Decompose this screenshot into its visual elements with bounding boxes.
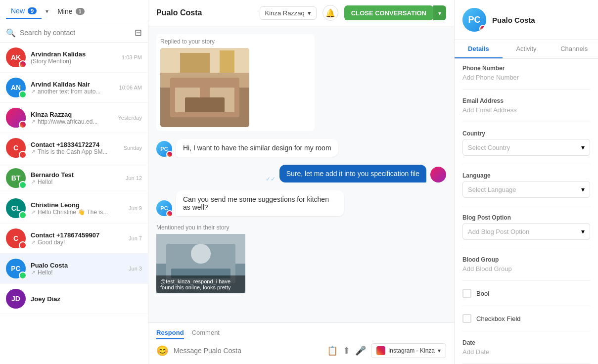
contact-info: Contact +18334172274 ↗ This is the Cash … xyxy=(31,141,119,155)
contact-preview: ↗ This is the Cash App SM... xyxy=(31,148,119,155)
incoming-message: PC Hi, I want to have the similar design… xyxy=(156,139,446,157)
mention-label: Mentioned you in their story xyxy=(156,224,446,231)
outgoing-bubble: Sure, let me add it into you specificati… xyxy=(279,165,426,182)
story-image xyxy=(160,48,249,127)
avatar: BT xyxy=(6,168,26,188)
close-btn-label[interactable]: CLOSE CONVERSATION xyxy=(344,5,433,20)
message-bubble: Can you send me some suggestions for kit… xyxy=(176,190,344,216)
email-field: Email Address Add Email Address xyxy=(462,97,590,114)
mine-tab[interactable]: Mine 1 xyxy=(52,4,89,18)
outgoing-arrow: ↗ xyxy=(31,239,36,246)
list-item[interactable]: C Contact +18334172274 ↗ This is the Cas… xyxy=(0,133,148,163)
date-value[interactable]: Add Date xyxy=(462,348,590,356)
list-item[interactable]: Kinza Razzaq ↗ http://www.africau.ed... … xyxy=(0,103,148,133)
mention-overlay-text: @test_kinza_respond_i have found this on… xyxy=(156,275,245,293)
profile-name: Pualo Costa xyxy=(492,16,535,24)
attach-button[interactable]: 📋 xyxy=(327,345,338,356)
contact-name: Joey Diaz xyxy=(31,295,137,303)
contact-preview: (Story Mention) xyxy=(31,58,117,65)
list-item[interactable]: AK Arvindran Kalidas (Story Mention) 1:0… xyxy=(0,43,148,73)
filter-icon[interactable]: ⊟ xyxy=(135,27,142,38)
profile-info: Pualo Costa xyxy=(492,16,535,24)
contact-preview: ↗ Hello Christine 👋 The is... xyxy=(31,209,124,216)
email-value[interactable]: Add Email Address xyxy=(462,106,590,114)
chat-header: Pualo Costa Kinza Razzaq ▾ 🔔 CLOSE CONVE… xyxy=(148,0,454,26)
message-input[interactable] xyxy=(174,347,327,355)
country-select[interactable]: Select Country ▾ xyxy=(462,139,590,156)
list-item[interactable]: BT Bernardo Test ↗ Hello! Jun 12 xyxy=(0,163,148,193)
mic-button[interactable]: 🎤 xyxy=(355,345,366,356)
detail-tabs: Details Activity Channels xyxy=(455,40,598,59)
story-mention: Mentioned you in their story @test_kinza… xyxy=(156,224,446,293)
tab-respond[interactable]: Respond xyxy=(156,329,184,339)
whatsapp-badge xyxy=(19,91,27,98)
red-badge xyxy=(19,151,27,159)
story-reply-message: Replied to your story xyxy=(156,34,315,131)
list-item[interactable]: C Contact +17867459907 ↗ Good day! Jun 7 xyxy=(0,224,148,254)
contact-name: Christine Leong xyxy=(31,201,124,209)
bedroom-image xyxy=(160,48,249,127)
chat-input-area: Respond Comment 😊 📋 ⬆ 🎤 Instagram - Kinz… xyxy=(148,322,454,364)
tab-comment[interactable]: Comment xyxy=(192,329,220,339)
phone-value[interactable]: Add Phone Number xyxy=(462,74,590,81)
contact-info: Joey Diaz xyxy=(31,295,137,303)
instagram-icon xyxy=(376,346,385,355)
bool-field: Bool xyxy=(462,289,590,298)
tab-details[interactable]: Details xyxy=(455,40,503,58)
contact-info: Christine Leong ↗ Hello Christine 👋 The … xyxy=(31,201,124,216)
list-item[interactable]: JD Joey Diaz xyxy=(0,284,148,314)
upload-button[interactable]: ⬆ xyxy=(343,345,350,356)
blog-select[interactable]: Add Blog Post Option ▾ xyxy=(462,223,590,240)
contact-info: Kinza Razzaq ↗ http://www.africau.ed... xyxy=(31,111,113,125)
contact-info: Contact +17867459907 ↗ Good day! xyxy=(31,231,124,246)
blood-value[interactable]: Add Blood Group xyxy=(462,265,590,273)
alarm-button[interactable]: 🔔 xyxy=(322,5,338,21)
avatar: AK xyxy=(6,47,26,67)
emoji-button[interactable]: 😊 xyxy=(156,345,169,357)
read-receipts: ✓✓ xyxy=(266,176,276,182)
close-btn-chevron[interactable]: ▾ xyxy=(433,5,446,20)
channel-select[interactable]: Instagram - Kinza ▾ xyxy=(371,343,446,358)
assignee-select[interactable]: Kinza Razzaq ▾ xyxy=(260,6,317,20)
avatar: C xyxy=(6,228,26,248)
contact-info: Bernardo Test ↗ Hello! xyxy=(31,171,121,185)
search-input[interactable] xyxy=(20,29,131,37)
language-field: Language Select Language ▾ xyxy=(462,172,590,198)
language-select[interactable]: Select Language ▾ xyxy=(462,181,590,198)
instagram-badge xyxy=(479,25,486,32)
contact-time: Jun 9 xyxy=(129,205,142,211)
tab-activity[interactable]: Activity xyxy=(503,40,551,58)
divider xyxy=(462,331,590,331)
avatar: PC xyxy=(6,259,26,278)
avatar: JD xyxy=(6,289,26,309)
country-select-text: Select Country xyxy=(468,144,510,151)
close-conversation-btn[interactable]: CLOSE CONVERSATION ▾ xyxy=(344,5,446,20)
phone-label: Phone Number xyxy=(462,65,590,72)
checkbox-input[interactable] xyxy=(462,314,471,323)
avatar: AN xyxy=(6,78,26,97)
tab-channels[interactable]: Channels xyxy=(550,40,598,58)
blood-label: Blood Group xyxy=(462,256,590,263)
contact-name: Arvind Kalidas Nair xyxy=(31,81,114,88)
email-label: Email Address xyxy=(462,97,590,104)
chat-main: Pualo Costa Kinza Razzaq ▾ 🔔 CLOSE CONVE… xyxy=(148,0,455,364)
divider xyxy=(462,89,590,90)
language-chevron-icon: ▾ xyxy=(581,185,585,193)
language-select-text: Select Language xyxy=(468,186,516,193)
new-tab-chevron[interactable]: ▾ xyxy=(46,8,48,15)
phone-field: Phone Number Add Phone Number xyxy=(462,65,590,81)
divider xyxy=(462,306,590,306)
red-badge xyxy=(19,241,27,249)
contact-name: Bernardo Test xyxy=(31,171,121,179)
list-item[interactable]: AN Arvind Kalidas Nair ↗ another text fr… xyxy=(0,73,148,103)
bool-checkbox[interactable] xyxy=(462,289,471,298)
new-tab[interactable]: New 9 xyxy=(6,4,42,19)
list-item[interactable]: PC Pualo Costa ↗ Hello! Jun 3 xyxy=(0,254,148,284)
contact-preview: ↗ Hello! xyxy=(31,179,121,185)
contact-preview: ↗ Good day! xyxy=(31,239,124,246)
list-item[interactable]: CL Christine Leong ↗ Hello Christine 👋 T… xyxy=(0,193,148,224)
profile-avatar: PC xyxy=(462,8,486,32)
contact-preview: ↗ Hello! xyxy=(31,269,124,276)
channel-name: Instagram - Kinza xyxy=(388,347,435,354)
new-tab-badge: 9 xyxy=(28,7,37,14)
